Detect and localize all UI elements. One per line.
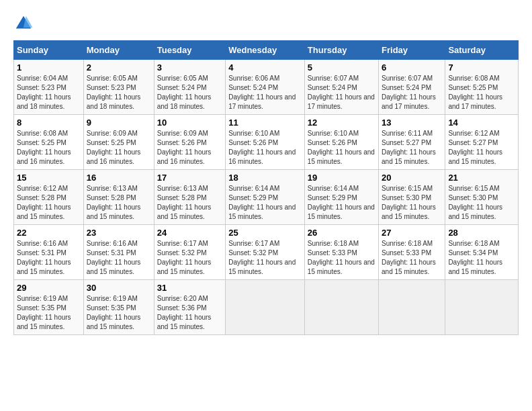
day-cell: 31 Sunrise: 6:20 AMSunset: 5:36 PMDaylig… — [154, 280, 225, 335]
header — [13, 13, 519, 34]
day-cell: 7 Sunrise: 6:08 AMSunset: 5:25 PMDayligh… — [445, 60, 519, 115]
week-row-3: 15 Sunrise: 6:12 AMSunset: 5:28 PMDaylig… — [14, 170, 519, 225]
day-cell: 8 Sunrise: 6:08 AMSunset: 5:25 PMDayligh… — [14, 115, 84, 170]
day-cell: 18 Sunrise: 6:14 AMSunset: 5:29 PMDaylig… — [226, 170, 305, 225]
day-info: Sunrise: 6:19 AMSunset: 5:35 PMDaylight:… — [87, 295, 141, 330]
day-info: Sunrise: 6:17 AMSunset: 5:32 PMDaylight:… — [228, 240, 296, 275]
week-row-5: 29 Sunrise: 6:19 AMSunset: 5:35 PMDaylig… — [14, 280, 519, 335]
day-cell: 4 Sunrise: 6:06 AMSunset: 5:24 PMDayligh… — [226, 60, 305, 115]
day-number: 20 — [382, 173, 442, 183]
day-info: Sunrise: 6:05 AMSunset: 5:24 PMDaylight:… — [157, 75, 212, 110]
day-info: Sunrise: 6:09 AMSunset: 5:25 PMDaylight:… — [87, 130, 141, 165]
day-number: 10 — [157, 118, 222, 128]
day-number: 21 — [448, 173, 515, 183]
logo — [13, 13, 36, 34]
day-info: Sunrise: 6:18 AMSunset: 5:33 PMDaylight:… — [382, 240, 436, 275]
day-cell: 28 Sunrise: 6:18 AMSunset: 5:34 PMDaylig… — [445, 225, 519, 280]
day-number: 30 — [87, 283, 151, 293]
day-number: 9 — [87, 118, 151, 128]
day-info: Sunrise: 6:20 AMSunset: 5:36 PMDaylight:… — [157, 295, 212, 330]
day-cell: 2 Sunrise: 6:05 AMSunset: 5:23 PMDayligh… — [83, 60, 154, 115]
column-header-friday: Friday — [379, 41, 445, 60]
day-info: Sunrise: 6:11 AMSunset: 5:27 PMDaylight:… — [382, 130, 436, 165]
day-number: 8 — [17, 118, 81, 128]
week-row-1: 1 Sunrise: 6:04 AMSunset: 5:23 PMDayligh… — [14, 60, 519, 115]
day-cell: 13 Sunrise: 6:11 AMSunset: 5:27 PMDaylig… — [379, 115, 445, 170]
day-cell: 29 Sunrise: 6:19 AMSunset: 5:35 PMDaylig… — [14, 280, 84, 335]
column-header-thursday: Thursday — [304, 41, 378, 60]
day-number: 16 — [87, 173, 151, 183]
day-number: 26 — [308, 228, 375, 238]
day-number: 18 — [228, 173, 302, 183]
week-row-2: 8 Sunrise: 6:08 AMSunset: 5:25 PMDayligh… — [14, 115, 519, 170]
svg-marker-1 — [24, 16, 33, 28]
column-header-wednesday: Wednesday — [226, 41, 305, 60]
day-cell: 5 Sunrise: 6:07 AMSunset: 5:24 PMDayligh… — [304, 60, 378, 115]
day-info: Sunrise: 6:12 AMSunset: 5:27 PMDaylight:… — [448, 130, 502, 165]
day-number: 6 — [382, 62, 442, 73]
day-number: 5 — [308, 62, 375, 73]
day-cell: 22 Sunrise: 6:16 AMSunset: 5:31 PMDaylig… — [14, 225, 84, 280]
column-header-sunday: Sunday — [14, 41, 84, 60]
day-cell: 1 Sunrise: 6:04 AMSunset: 5:23 PMDayligh… — [14, 60, 84, 115]
day-cell: 9 Sunrise: 6:09 AMSunset: 5:25 PMDayligh… — [83, 115, 154, 170]
day-info: Sunrise: 6:14 AMSunset: 5:29 PMDaylight:… — [308, 185, 375, 220]
day-number: 19 — [308, 173, 375, 183]
day-cell: 17 Sunrise: 6:13 AMSunset: 5:28 PMDaylig… — [154, 170, 225, 225]
column-header-tuesday: Tuesday — [154, 41, 225, 60]
day-info: Sunrise: 6:16 AMSunset: 5:31 PMDaylight:… — [17, 240, 71, 275]
day-info: Sunrise: 6:13 AMSunset: 5:28 PMDaylight:… — [157, 185, 212, 220]
day-cell: 26 Sunrise: 6:18 AMSunset: 5:33 PMDaylig… — [304, 225, 378, 280]
day-info: Sunrise: 6:17 AMSunset: 5:32 PMDaylight:… — [157, 240, 212, 275]
week-row-4: 22 Sunrise: 6:16 AMSunset: 5:31 PMDaylig… — [14, 225, 519, 280]
column-header-saturday: Saturday — [445, 41, 519, 60]
day-cell: 19 Sunrise: 6:14 AMSunset: 5:29 PMDaylig… — [304, 170, 378, 225]
day-number: 29 — [17, 283, 81, 293]
day-info: Sunrise: 6:12 AMSunset: 5:28 PMDaylight:… — [17, 185, 71, 220]
day-number: 17 — [157, 173, 222, 183]
calendar-table: SundayMondayTuesdayWednesdayThursdayFrid… — [13, 40, 519, 335]
day-number: 23 — [87, 228, 151, 238]
day-cell — [304, 280, 378, 335]
day-number: 27 — [382, 228, 442, 238]
day-info: Sunrise: 6:18 AMSunset: 5:34 PMDaylight:… — [448, 240, 502, 275]
day-number: 7 — [448, 62, 515, 73]
day-cell: 27 Sunrise: 6:18 AMSunset: 5:33 PMDaylig… — [379, 225, 445, 280]
day-cell: 11 Sunrise: 6:10 AMSunset: 5:26 PMDaylig… — [226, 115, 305, 170]
calendar-header-row: SundayMondayTuesdayWednesdayThursdayFrid… — [14, 41, 519, 60]
day-number: 28 — [448, 228, 515, 238]
day-cell: 14 Sunrise: 6:12 AMSunset: 5:27 PMDaylig… — [445, 115, 519, 170]
day-cell: 6 Sunrise: 6:07 AMSunset: 5:24 PMDayligh… — [379, 60, 445, 115]
day-info: Sunrise: 6:10 AMSunset: 5:26 PMDaylight:… — [308, 130, 375, 165]
day-number: 4 — [228, 62, 302, 73]
day-info: Sunrise: 6:05 AMSunset: 5:23 PMDaylight:… — [87, 75, 141, 110]
day-number: 25 — [228, 228, 302, 238]
day-info: Sunrise: 6:10 AMSunset: 5:26 PMDaylight:… — [228, 130, 296, 165]
day-info: Sunrise: 6:16 AMSunset: 5:31 PMDaylight:… — [87, 240, 141, 275]
day-info: Sunrise: 6:18 AMSunset: 5:33 PMDaylight:… — [308, 240, 375, 275]
column-header-monday: Monday — [83, 41, 154, 60]
day-info: Sunrise: 6:06 AMSunset: 5:24 PMDaylight:… — [228, 75, 296, 110]
day-cell: 15 Sunrise: 6:12 AMSunset: 5:28 PMDaylig… — [14, 170, 84, 225]
day-cell: 25 Sunrise: 6:17 AMSunset: 5:32 PMDaylig… — [226, 225, 305, 280]
day-number: 24 — [157, 228, 222, 238]
day-cell — [226, 280, 305, 335]
day-info: Sunrise: 6:09 AMSunset: 5:26 PMDaylight:… — [157, 130, 212, 165]
day-info: Sunrise: 6:07 AMSunset: 5:24 PMDaylight:… — [308, 75, 375, 110]
day-info: Sunrise: 6:08 AMSunset: 5:25 PMDaylight:… — [17, 130, 71, 165]
day-info: Sunrise: 6:13 AMSunset: 5:28 PMDaylight:… — [87, 185, 141, 220]
day-cell — [445, 280, 519, 335]
day-info: Sunrise: 6:07 AMSunset: 5:24 PMDaylight:… — [382, 75, 436, 110]
day-info: Sunrise: 6:04 AMSunset: 5:23 PMDaylight:… — [17, 75, 71, 110]
day-number: 22 — [17, 228, 81, 238]
day-cell: 24 Sunrise: 6:17 AMSunset: 5:32 PMDaylig… — [154, 225, 225, 280]
day-number: 15 — [17, 173, 81, 183]
day-cell: 3 Sunrise: 6:05 AMSunset: 5:24 PMDayligh… — [154, 60, 225, 115]
day-info: Sunrise: 6:14 AMSunset: 5:29 PMDaylight:… — [228, 185, 296, 220]
day-cell: 30 Sunrise: 6:19 AMSunset: 5:35 PMDaylig… — [83, 280, 154, 335]
day-number: 12 — [308, 118, 375, 128]
day-cell — [379, 280, 445, 335]
day-info: Sunrise: 6:19 AMSunset: 5:35 PMDaylight:… — [17, 295, 71, 330]
day-cell: 20 Sunrise: 6:15 AMSunset: 5:30 PMDaylig… — [379, 170, 445, 225]
day-cell: 21 Sunrise: 6:15 AMSunset: 5:30 PMDaylig… — [445, 170, 519, 225]
